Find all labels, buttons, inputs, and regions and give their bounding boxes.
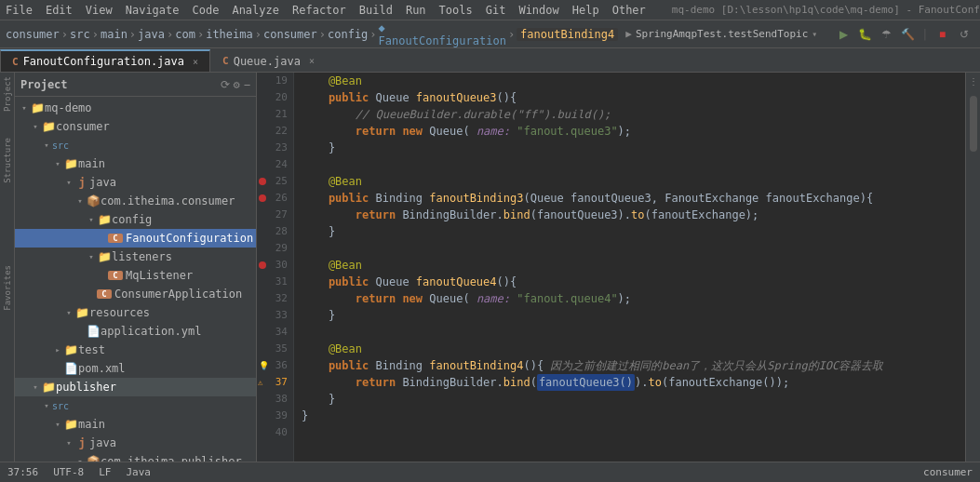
activity-favorites[interactable]: Favorites [3,265,12,311]
tree-resources-consumer[interactable]: ▾ 📁 resources [15,303,256,322]
menu-git[interactable]: Git [486,4,506,17]
menu-edit[interactable]: Edit [46,4,73,17]
tree-java-publisher[interactable]: ▾ j java [15,434,256,452]
sidebar-config-icon[interactable]: ⚙ [234,78,240,91]
menu-analyze[interactable]: Analyze [232,4,279,17]
main-content: Project Structure Favorites Project ⟳ ⚙ … [0,73,980,462]
icon-consumer: 📁 [41,120,56,133]
menu-code[interactable]: Code [193,4,220,17]
tree-main-publisher[interactable]: ▾ 📁 main [15,415,256,434]
icon-config: 📁 [97,213,112,226]
bc-src[interactable]: src [70,28,90,41]
activity-project[interactable]: Project [3,76,12,112]
tree-java-consumer[interactable]: ▾ j java [15,173,256,192]
status-encoding: UTF-8 [53,466,84,478]
code-line-30: @Bean [294,257,965,274]
line-29: 29 [257,240,293,257]
coverage-button[interactable]: ☂ [877,25,895,44]
sidebar-sync-icon[interactable]: ⟳ [221,78,230,91]
tree-fanout-config[interactable]: C FanoutConfiguration [15,229,256,248]
code-line-24 [294,156,965,173]
code-line-19: @Bean [294,73,965,89]
icon-test-consumer: 📁 [63,343,78,356]
status-module: consumer [923,466,973,478]
tree-consumer-app[interactable]: C ConsumerApplication [15,285,256,303]
line-40: 40 [257,424,293,441]
bc-fanout-binding4[interactable]: fanoutBinding4 [517,28,618,41]
tree-mq-listener[interactable]: C MqListener [15,266,256,285]
tree-mq-demo[interactable]: ▾ 📁 mq-demo [15,99,256,117]
tree-test-consumer[interactable]: ▸ 📁 test [15,341,256,359]
tree-config[interactable]: ▾ 📁 config [15,210,256,229]
sidebar-minimize-icon[interactable]: − [244,78,250,91]
tree-src-publisher[interactable]: ▾ src [15,396,256,415]
line-20: 20 [257,89,293,106]
tree-publisher[interactable]: ▾ 📁 publisher [15,378,256,396]
run-config-selector[interactable]: ▶ SpringAmqpTest.testSendTopic ▾ [625,28,817,40]
menu-build[interactable]: Build [359,4,393,17]
icon-java-consumer: j [74,176,89,189]
tree-yml-consumer[interactable]: 📄 application.yml [15,322,256,341]
build-button[interactable]: 🔨 [898,25,917,44]
editor-content[interactable]: @Bean public Queue fanoutQueue3 (){ // Q… [294,73,965,462]
label-resources-consumer: resources [89,306,150,319]
tab-label-queue: Queue.java [234,55,301,68]
menu-tools[interactable]: Tools [439,4,473,17]
line-27: 27 [257,207,293,223]
tab-fanout-configuration[interactable]: C FanoutConfiguration.java × [0,49,210,72]
tab-close-fanout[interactable]: × [193,57,198,67]
menu-run[interactable]: Run [406,4,426,17]
bc-config[interactable]: config [328,28,368,41]
debug-button[interactable]: 🐛 [855,25,874,44]
line-35: 35 [257,341,293,357]
arrow-mq-demo: ▾ [19,103,30,113]
tree-consumer[interactable]: ▾ 📁 consumer [15,117,256,136]
menu-view[interactable]: View [86,4,113,17]
scroll-thumb[interactable] [970,96,977,152]
tree-listeners[interactable]: ▾ 📁 listeners [15,248,256,266]
tree-pom-consumer[interactable]: 📄 pom.xml [15,359,256,378]
bookmark-button[interactable]: ⚑ [976,25,980,44]
label-main-publisher: main [78,418,105,431]
bc-java[interactable]: java [138,28,165,41]
line-33: 33 [257,307,293,324]
bc-com[interactable]: com [175,28,195,41]
code-line-37: return BindingBuilder. bind ( fanoutQueu… [294,374,965,391]
breadcrumb: consumer › src › main › java › com › ith… [6,21,618,47]
run-button[interactable]: ▶ [834,25,852,44]
bc-main[interactable]: main [101,28,128,41]
tree-src-consumer[interactable]: ▾ src [15,136,256,154]
icon-pom-consumer: 📄 [63,362,78,375]
menu-file[interactable]: File [6,4,33,17]
menu-window[interactable]: Window [518,4,558,17]
tab-close-queue[interactable]: × [309,56,315,66]
tree-pkg-publisher[interactable]: ▾ 📦 com.itheima.publisher [15,452,256,462]
code-line-35: @Bean [294,341,965,357]
stop-button[interactable]: ■ [933,25,952,44]
menu-refactor[interactable]: Refactor [292,4,346,17]
code-line-21: // QueueBuilder.durable("ff").build(); [294,106,965,123]
bc-fanout-config[interactable]: ◆ FanoutConfiguration [379,21,506,47]
tree-pkg-consumer[interactable]: ▾ 📦 com.itheima.consumer [15,192,256,210]
rerun-button[interactable]: ↺ [955,25,973,44]
bc-consumer[interactable]: consumer [6,28,60,41]
menu-navigate[interactable]: Navigate [126,4,180,17]
bc-itheima[interactable]: itheima [206,28,253,41]
label-consumer-app: ConsumerApplication [114,288,242,301]
label-main-consumer: main [78,157,105,170]
label-pkg-consumer: com.itheima.consumer [101,194,235,208]
line-38: 38 [257,391,293,408]
menu-other[interactable]: Other [612,4,646,17]
tab-queue[interactable]: C Queue.java × [210,49,327,72]
menu-help[interactable]: Help [572,4,599,17]
icon-consumer-app: C [97,289,112,299]
run-config-dropdown[interactable]: ▾ [812,29,817,39]
bc-consumer2[interactable]: consumer [263,28,317,41]
label-pom-consumer: pom.xml [78,362,126,375]
code-line-29 [294,240,965,257]
status-bar: 37:56 UTF-8 LF Java consumer [0,462,980,482]
icon-src-consumer: src [52,141,67,151]
tree-main-consumer[interactable]: ▾ 📁 main [15,154,256,173]
label-test-consumer: test [78,343,105,356]
activity-structure[interactable]: Structure [3,138,12,183]
